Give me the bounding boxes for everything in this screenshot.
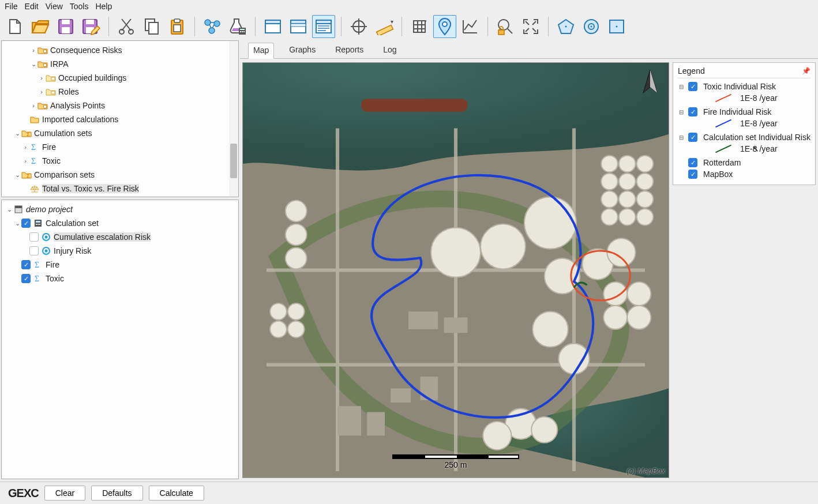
tab-reports[interactable]: Reports bbox=[331, 43, 368, 58]
tree-item[interactable]: ›ΣToxic bbox=[2, 154, 238, 168]
tree-toggle-icon[interactable]: › bbox=[21, 144, 29, 151]
svg-rect-54 bbox=[36, 224, 37, 225]
defaults-button[interactable]: Defaults bbox=[91, 486, 142, 501]
tree-toggle-icon[interactable]: › bbox=[29, 102, 37, 109]
window-ribbon-icon[interactable] bbox=[287, 15, 310, 38]
layer-checkbox[interactable] bbox=[29, 232, 39, 242]
save-edit-icon[interactable] bbox=[80, 15, 103, 38]
line-chart-icon[interactable] bbox=[459, 15, 482, 38]
tree-toggle-icon[interactable]: ⌄ bbox=[5, 206, 13, 213]
svg-rect-9 bbox=[149, 22, 158, 34]
tree-item[interactable]: ›Roles bbox=[2, 85, 238, 99]
tree-toggle-icon[interactable]: › bbox=[21, 157, 29, 164]
tree-item-label: Imported calculations bbox=[42, 115, 118, 124]
legend-expand-icon[interactable]: ⊟ bbox=[678, 134, 685, 141]
legend-layer-label: MapBox bbox=[703, 170, 733, 179]
tree-toggle-icon[interactable]: ⌄ bbox=[29, 61, 37, 68]
tree-toggle-icon[interactable]: ⌄ bbox=[13, 130, 21, 137]
tree-item[interactable]: Imported calculations bbox=[2, 112, 238, 126]
cut-icon[interactable] bbox=[115, 15, 138, 38]
window-plain-icon[interactable] bbox=[261, 15, 284, 38]
grid-icon[interactable]: ▾ bbox=[408, 15, 431, 38]
layer-checkbox[interactable] bbox=[21, 260, 31, 269]
legend-expand-icon[interactable]: ⊟ bbox=[678, 109, 685, 115]
svg-text:▾: ▾ bbox=[391, 18, 393, 25]
tree-toggle-icon[interactable]: › bbox=[37, 74, 46, 81]
tree-item[interactable]: ⌄ΣCumulation sets bbox=[2, 126, 238, 140]
tree-item[interactable]: ›Consequence Risks bbox=[2, 43, 238, 57]
menu-edit[interactable]: Edit bbox=[25, 2, 39, 11]
svg-point-15 bbox=[209, 28, 215, 33]
menu-file[interactable]: File bbox=[5, 2, 18, 11]
layer-item[interactable]: ⌄demo project bbox=[2, 202, 238, 216]
clear-button[interactable]: Clear bbox=[44, 486, 85, 501]
svg-rect-11 bbox=[174, 19, 180, 22]
ruler-icon[interactable]: ▾ bbox=[373, 15, 396, 38]
legend-checkbox[interactable] bbox=[688, 107, 697, 116]
shape-pentagon-icon[interactable] bbox=[554, 15, 577, 38]
tree-toggle-icon[interactable]: › bbox=[29, 47, 37, 54]
map-view[interactable]: 250 m (c) MapBox bbox=[242, 62, 669, 478]
legend-color-swatch bbox=[715, 94, 731, 102]
sigma-icon: Σ bbox=[33, 259, 43, 270]
menu-tools[interactable]: Tools bbox=[70, 2, 89, 11]
legend-color-swatch bbox=[715, 119, 731, 127]
folder-risk-icon bbox=[37, 100, 48, 111]
tree-item[interactable]: ⌄IRPA bbox=[2, 57, 238, 71]
tree-item[interactable]: Total vs. Toxic vs. Fire Risk bbox=[2, 182, 238, 195]
tab-graphs[interactable]: Graphs bbox=[284, 43, 320, 58]
menu-help[interactable]: Help bbox=[95, 2, 112, 11]
tree-toggle-icon[interactable]: › bbox=[37, 88, 46, 95]
layer-checkbox[interactable] bbox=[29, 246, 39, 255]
layer-checkbox[interactable] bbox=[21, 219, 31, 228]
map-container: 250 m (c) MapBox Legend 📌 ⊟Toxic Individ… bbox=[240, 59, 818, 482]
svg-text:Σ: Σ bbox=[35, 261, 39, 269]
layer-item[interactable]: Cumulative escalation Risk bbox=[2, 230, 238, 244]
menu-view[interactable]: View bbox=[46, 2, 63, 11]
legend-checkbox[interactable] bbox=[688, 133, 697, 142]
svg-point-14 bbox=[214, 21, 220, 27]
calculate-button[interactable]: Calculate bbox=[149, 486, 204, 501]
copy-icon[interactable] bbox=[140, 15, 163, 38]
tab-log[interactable]: Log bbox=[378, 43, 401, 58]
tab-map[interactable]: Map bbox=[248, 43, 274, 59]
tree-item[interactable]: ⌄ΣComparison sets bbox=[2, 168, 238, 182]
layer-item[interactable]: Injury Risk bbox=[2, 244, 238, 258]
tree-item[interactable]: ›ΣFire bbox=[2, 140, 238, 154]
flask-calc-icon[interactable] bbox=[226, 15, 249, 38]
molecule-icon[interactable] bbox=[201, 15, 224, 38]
save-icon[interactable] bbox=[54, 15, 77, 38]
fit-extent-icon[interactable] bbox=[519, 15, 542, 38]
open-file-icon[interactable] bbox=[29, 15, 52, 38]
zoom-lock-icon[interactable] bbox=[494, 15, 517, 38]
layer-item[interactable]: ΣToxic bbox=[2, 272, 238, 285]
window-text-icon[interactable] bbox=[312, 15, 335, 38]
svg-point-45 bbox=[43, 105, 47, 108]
tree-item[interactable]: ›Occupied buildings bbox=[2, 71, 238, 85]
legend-layer-checkbox[interactable] bbox=[688, 158, 697, 167]
legend-checkbox[interactable] bbox=[688, 82, 697, 91]
crosshair-icon[interactable] bbox=[347, 15, 370, 38]
svg-rect-56 bbox=[39, 224, 40, 225]
location-pin-icon[interactable] bbox=[433, 15, 456, 38]
shape-square-icon[interactable] bbox=[605, 15, 628, 38]
paste-icon[interactable] bbox=[166, 15, 189, 38]
svg-text:Σ: Σ bbox=[27, 173, 30, 179]
shape-ring-icon[interactable] bbox=[580, 15, 603, 38]
svg-rect-18 bbox=[240, 31, 241, 32]
tree-toggle-icon[interactable]: ⌄ bbox=[13, 171, 21, 179]
layers-tree-bottom[interactable]: ⌄demo project⌄Calculation setCumulative … bbox=[1, 200, 239, 479]
right-panel: Map Graphs Reports Log bbox=[240, 40, 818, 482]
tree-toggle-icon[interactable]: ⌄ bbox=[13, 220, 21, 227]
project-tree-top[interactable]: ›Consequence Risks⌄IRPA›Occupied buildin… bbox=[1, 40, 239, 197]
layer-checkbox[interactable] bbox=[21, 274, 31, 283]
layer-item[interactable]: ⌄Calculation set bbox=[2, 216, 238, 230]
pin-icon[interactable]: 📌 bbox=[802, 67, 811, 75]
scrollbar[interactable] bbox=[229, 41, 238, 197]
layer-item[interactable]: ΣFire bbox=[2, 258, 238, 272]
legend-layer-checkbox[interactable] bbox=[688, 170, 697, 179]
tree-item[interactable]: ›Analysis Points bbox=[2, 99, 238, 112]
new-file-icon[interactable] bbox=[3, 15, 27, 38]
legend-expand-icon[interactable]: ⊟ bbox=[678, 84, 685, 90]
svg-rect-17 bbox=[240, 29, 245, 30]
